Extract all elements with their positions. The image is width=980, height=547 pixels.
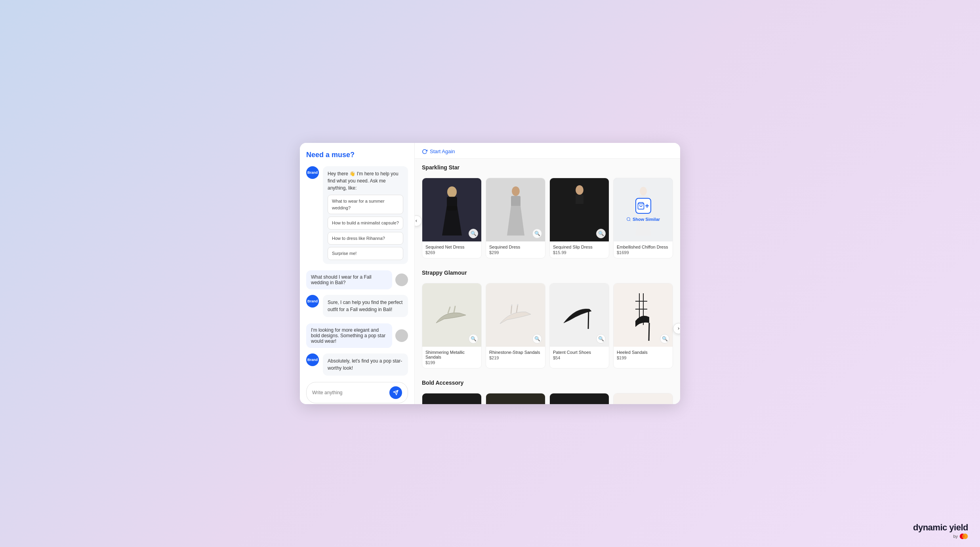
section-strappy-glamour: Strappy Glamour xyxy=(415,264,680,283)
svg-line-15 xyxy=(588,309,589,329)
brand-reply-2-message: Brand Absolutely, let's find you a pop s… xyxy=(306,353,408,376)
product-name-2: Sequined Dress xyxy=(489,245,542,249)
suggestion-surprise[interactable]: Surprise me! xyxy=(328,247,403,260)
product-card-slip-dress[interactable]: 🔍 Sequined Slip Dress $15.99 xyxy=(549,178,609,258)
svg-point-4 xyxy=(512,186,520,196)
svg-point-2 xyxy=(447,186,457,198)
chat-input[interactable] xyxy=(312,390,386,395)
show-similar-overlay[interactable]: + Show Similar xyxy=(614,178,673,241)
shoe-figure-2 xyxy=(496,299,536,331)
brand-avatar-3: Brand xyxy=(306,353,319,366)
product-price-shoe-4: $199 xyxy=(617,355,669,360)
necklace-figure xyxy=(627,401,659,404)
product-name-shoe-4: Heeled Sandals xyxy=(617,350,669,355)
product-price-4: $1699 xyxy=(617,250,669,255)
product-card-court-shoes[interactable]: 🔍 Patent Court Shoes $54 xyxy=(549,283,609,368)
user-message-2: I'm looking for more elegant and bold de… xyxy=(306,323,392,348)
chat-input-area[interactable] xyxy=(306,382,408,403)
section-title-sparkling: Sparkling Star xyxy=(422,164,673,171)
svg-point-45 xyxy=(962,534,968,539)
product-card-sunglasses[interactable]: Oversized Sunglasses $89 xyxy=(422,393,482,404)
show-similar-bag-icon: + xyxy=(635,198,651,214)
product-card-necklace[interactable]: Pearl Necklace $199 xyxy=(613,393,673,404)
svg-line-18 xyxy=(649,323,649,341)
left-panel: Need a muse? Brand Hey there 👋 I'm here … xyxy=(300,143,415,404)
product-image-sunglasses xyxy=(422,393,481,404)
product-image-chiffon-dress: + Show Similar xyxy=(614,178,673,241)
svg-line-12 xyxy=(629,220,630,221)
product-image-sequined-net-dress: 🔍 xyxy=(422,178,481,241)
search-similar-icon-shoe-2[interactable]: 🔍 xyxy=(532,334,542,344)
product-info-shoe-3: Patent Court Shoes $54 xyxy=(550,347,609,363)
suggestion-list: What to wear for a summer wedding? How t… xyxy=(328,195,403,260)
product-card-sequined-net-dress[interactable]: 🔍 Sequined Net Dress $269 xyxy=(422,178,482,258)
shopping-bag-icon xyxy=(637,202,645,210)
nav-arrow-left-sparkling[interactable] xyxy=(415,215,422,226)
product-info-shoe-2: Rhinestone-Strap Sandals $219 xyxy=(486,347,545,363)
search-similar-icon-3[interactable]: 🔍 xyxy=(596,229,606,238)
chevron-left-icon xyxy=(415,219,418,223)
greeting-bubble: Hey there 👋 I'm here to help you find wh… xyxy=(323,166,408,264)
start-again-button[interactable]: Start Again xyxy=(422,148,455,154)
search-similar-icon-shoe-3[interactable]: 🔍 xyxy=(596,334,606,344)
product-card-clutch[interactable]: Sequined Clutch $149 xyxy=(486,393,545,404)
section-sparkling-star: Sparkling Star xyxy=(415,159,680,178)
svg-point-6 xyxy=(576,185,583,195)
chevron-right-icon xyxy=(677,327,680,330)
show-similar-search-icon xyxy=(626,217,631,222)
product-name-shoe-1: Shimmering Metallic Sandals xyxy=(425,350,478,359)
send-button[interactable] xyxy=(389,386,402,399)
main-container: Need a muse? Brand Hey there 👋 I'm here … xyxy=(300,143,680,404)
search-similar-icon-shoe-1[interactable]: 🔍 xyxy=(469,334,478,344)
product-card-chiffon-dress[interactable]: + Show Similar Embellished Chiffon Dress… xyxy=(613,178,673,258)
svg-point-14 xyxy=(517,304,519,306)
product-image-necklace xyxy=(614,393,673,404)
product-price-3: $15.99 xyxy=(553,250,606,255)
products-grid-accessory: Oversized Sunglasses $89 Sequined Clutch… xyxy=(415,393,680,404)
section-title-accessory: Bold Accessory xyxy=(422,380,673,386)
section-title-strappy: Strappy Glamour xyxy=(422,270,673,276)
product-price-shoe-3: $54 xyxy=(553,355,606,360)
product-card-rhinestone-sandals[interactable]: 🔍 Rhinestone-Strap Sandals $219 xyxy=(486,283,545,368)
shoe-figure-1 xyxy=(432,299,472,331)
product-info-3: Sequined Slip Dress $15.99 xyxy=(550,241,609,258)
send-icon xyxy=(393,390,398,395)
product-price-2: $299 xyxy=(489,250,542,255)
brand-avatar-2: Brand xyxy=(306,295,319,308)
search-similar-icon-2[interactable]: 🔍 xyxy=(532,229,542,238)
product-card-croc-bag[interactable]: Crocodile Clutch $299 xyxy=(549,393,609,404)
suggestion-capsule[interactable]: How to build a minimalist capsule? xyxy=(328,217,403,230)
dy-brand-name: dynamic yield xyxy=(913,522,968,533)
product-card-heeled-sandals[interactable]: 🔍 Heeled Sandals $199 xyxy=(613,283,673,368)
suggestion-rihanna[interactable]: How to dress like Rihanna? xyxy=(328,232,403,245)
brand-reply-2: Absolutely, let's find you a pop star-wo… xyxy=(323,353,408,376)
search-similar-icon-1[interactable]: 🔍 xyxy=(469,229,478,238)
product-name-shoe-2: Rhinestone-Strap Sandals xyxy=(489,350,542,355)
product-name-4: Embellished Chiffon Dress xyxy=(617,245,669,249)
user-message-1: What should I wear for a Fall wedding in… xyxy=(306,270,392,289)
product-image-sequined-dress: 🔍 xyxy=(486,178,545,241)
products-grid-sparkling: 🔍 Sequined Net Dress $269 🔍 xyxy=(415,178,680,264)
dy-logo: dynamic yield by xyxy=(913,522,968,539)
product-image-slip-dress: 🔍 xyxy=(550,178,609,241)
product-price-shoe-2: $219 xyxy=(489,355,542,360)
suggestion-wedding[interactable]: What to wear for a summer wedding? xyxy=(328,195,403,214)
product-info-shoe-4: Heeled Sandals $199 xyxy=(614,347,673,363)
product-info-2: Sequined Dress $299 xyxy=(486,241,545,258)
product-card-metallic-sandals[interactable]: 🔍 Shimmering Metallic Sandals $199 xyxy=(422,283,482,368)
dress-figure-1 xyxy=(438,184,466,236)
product-card-sequined-dress[interactable]: 🔍 Sequined Dress $299 xyxy=(486,178,545,258)
brand-avatar-1: Brand xyxy=(306,166,319,179)
product-name-shoe-3: Patent Court Shoes xyxy=(553,350,606,355)
right-header: Start Again xyxy=(415,143,680,159)
dy-sub-text: by xyxy=(953,534,968,539)
brand-reply-1-message: Brand Sure, I can help you find the perf… xyxy=(306,295,408,317)
product-price-shoe-1: $199 xyxy=(425,360,478,365)
nav-arrow-right-strappy[interactable] xyxy=(673,323,680,334)
user-message-2-row: I'm looking for more elegant and bold de… xyxy=(306,323,408,348)
product-image-metallic-sandals: 🔍 xyxy=(422,283,481,347)
products-grid-strappy: 🔍 Shimmering Metallic Sandals $199 xyxy=(415,283,680,374)
show-similar-label[interactable]: Show Similar xyxy=(626,217,660,222)
shoe-figure-3 xyxy=(560,297,599,333)
search-similar-icon-shoe-4[interactable]: 🔍 xyxy=(660,334,669,344)
